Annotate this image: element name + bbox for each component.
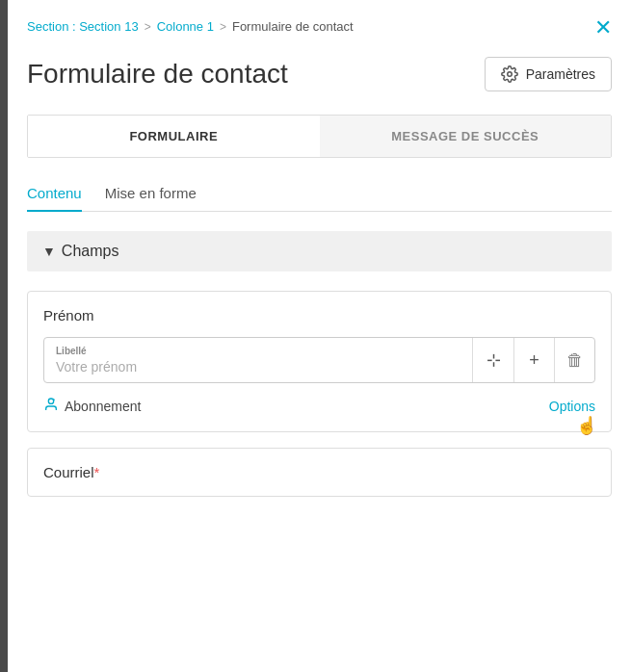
move-icon: ⊹ <box>486 349 501 371</box>
breadcrumb-colonne-link[interactable]: Colonne 1 <box>157 19 214 34</box>
tab-message-succes[interactable]: MESSAGE DE SUCCÈS <box>320 116 612 157</box>
params-label: Paramètres <box>526 66 595 82</box>
params-button[interactable]: Paramètres <box>485 57 612 91</box>
breadcrumb-sep2: > <box>220 20 226 34</box>
close-button[interactable]: ✕ <box>594 17 612 39</box>
prenom-libelle-wrapper[interactable]: Libellé Votre prénom <box>44 338 473 382</box>
prenom-field-footer: Abonnement Options ☝ <box>43 397 595 416</box>
options-container: Options ☝ <box>549 398 595 415</box>
champs-arrow-icon: ▼ <box>42 244 56 259</box>
options-link[interactable]: Options <box>549 399 595 414</box>
cursor-icon: ☝ <box>576 415 597 436</box>
svg-point-1 <box>48 399 53 403</box>
breadcrumb-sep1: > <box>145 20 151 34</box>
prenom-field-name: Prénom <box>43 307 595 323</box>
prenom-add-button[interactable]: + <box>513 338 554 382</box>
page-title: Formulaire de contact <box>27 59 288 90</box>
tab-formulaire[interactable]: FORMULAIRE <box>28 116 320 157</box>
tab-contenu[interactable]: Contenu <box>27 177 82 211</box>
prenom-move-button[interactable]: ⊹ <box>473 338 513 382</box>
add-icon: + <box>529 350 539 371</box>
courriel-field-name: Courriel* <box>43 464 595 480</box>
main-content: ✕ Section : Section 13 > Colonne 1 > For… <box>8 0 631 672</box>
gear-icon <box>501 65 518 83</box>
tab-mise-en-forme[interactable]: Mise en forme <box>105 177 197 211</box>
prenom-libelle-label: Libellé <box>56 346 460 356</box>
person-icon <box>43 397 59 416</box>
sidebar <box>0 0 8 672</box>
prenom-field-card: Prénom Libellé Votre prénom ⊹ + 🗑 <box>27 291 612 432</box>
breadcrumb: Section : Section 13 > Colonne 1 > Formu… <box>27 19 612 34</box>
abonnement-label: Abonnement <box>65 399 141 414</box>
required-asterisk: * <box>94 464 100 480</box>
svg-point-0 <box>507 72 512 77</box>
champs-section-header[interactable]: ▼ Champs <box>27 231 612 271</box>
delete-icon: 🗑 <box>566 350 584 371</box>
content-tabs: Contenu Mise en forme <box>27 177 612 212</box>
form-tabs: FORMULAIRE MESSAGE DE SUCCÈS <box>27 115 612 158</box>
courriel-field-card: Courriel* <box>27 448 612 497</box>
abonnement-row: Abonnement <box>43 397 141 416</box>
title-row: Formulaire de contact Paramètres <box>27 57 612 91</box>
champs-label: Champs <box>62 243 119 260</box>
breadcrumb-current: Formulaire de contact <box>232 19 354 34</box>
prenom-action-btns: ⊹ + 🗑 <box>473 338 594 382</box>
prenom-libelle-value: Votre prénom <box>56 359 460 375</box>
prenom-input-row: Libellé Votre prénom ⊹ + 🗑 <box>43 337 595 383</box>
breadcrumb-section-link[interactable]: Section : Section 13 <box>27 19 139 34</box>
prenom-delete-button[interactable]: 🗑 <box>554 338 594 382</box>
